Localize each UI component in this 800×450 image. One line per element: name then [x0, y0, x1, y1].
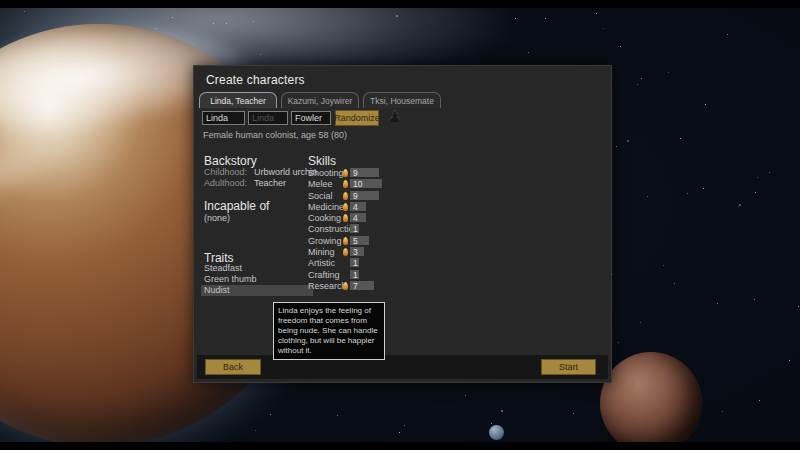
incapable-value: (none): [204, 213, 230, 223]
passion-flame-icon: [343, 203, 348, 211]
skill-row-growing[interactable]: Growing5: [308, 235, 438, 246]
pawn-icon: ♟: [388, 108, 401, 126]
tab-bar: Linda, TeacherKazumi, JoywirerTksi, Hous…: [199, 92, 441, 108]
moon-large: [600, 352, 702, 450]
skill-level: 3: [353, 247, 358, 257]
skill-list: Shooting9Melee10Social9Medicine4Cooking4…: [308, 167, 438, 291]
skills-heading: Skills: [308, 154, 336, 168]
skill-row-shooting[interactable]: Shooting9: [308, 167, 438, 178]
back-button[interactable]: Back: [205, 359, 261, 375]
skill-row-construction[interactable]: Construction1: [308, 223, 438, 234]
skill-level: 1: [353, 270, 358, 280]
skill-level: 4: [353, 202, 358, 212]
skill-level: 5: [353, 236, 358, 246]
skill-row-artistic[interactable]: Artistic1: [308, 257, 438, 268]
passion-flame-icon: [343, 237, 348, 245]
backstory-rows: Childhood:Urbworld urchinAdulthood:Teach…: [204, 167, 304, 189]
nickname-input[interactable]: [248, 111, 288, 125]
skill-row-crafting[interactable]: Crafting1: [308, 269, 438, 280]
letterbox-top: [0, 0, 800, 8]
skill-row-medicine[interactable]: Medicine4: [308, 201, 438, 212]
skill-level: 7: [353, 281, 358, 291]
passion-flame-icon: [343, 180, 348, 188]
backstory-row[interactable]: Adulthood:Teacher: [204, 178, 304, 189]
last-name-input[interactable]: [291, 111, 331, 125]
tab-tksi[interactable]: Tksi, Housemate: [363, 92, 441, 108]
trait-list: SteadfastGreen thumbNudist: [201, 263, 313, 296]
passion-flame-icon: [343, 282, 348, 290]
first-name-input[interactable]: [202, 111, 245, 125]
skill-row-mining[interactable]: Mining3: [308, 246, 438, 257]
trait-nudist[interactable]: Nudist: [201, 285, 313, 296]
letterbox-bottom: [0, 442, 800, 450]
trait-steadfast[interactable]: Steadfast: [201, 263, 313, 274]
trait-green-thumb[interactable]: Green thumb: [201, 274, 313, 285]
skill-level: 10: [353, 179, 362, 189]
skill-row-melee[interactable]: Melee10: [308, 178, 438, 189]
tab-kazumi[interactable]: Kazumi, Joywirer: [281, 92, 359, 108]
passion-flame-icon: [343, 214, 348, 222]
passion-flame-icon: [343, 248, 348, 256]
backstory-heading: Backstory: [204, 154, 257, 168]
passion-flame-icon: [343, 192, 348, 200]
skill-row-social[interactable]: Social9: [308, 190, 438, 201]
tab-linda[interactable]: Linda, Teacher: [199, 92, 277, 108]
skill-level: 9: [353, 168, 358, 178]
passion-flame-icon: [343, 169, 348, 177]
skill-level: 1: [353, 258, 358, 268]
randomize-button[interactable]: Randomize: [335, 110, 379, 126]
page-title: Create characters: [206, 73, 305, 87]
trait-tooltip: Linda enjoys the feeling of freedom that…: [273, 302, 385, 360]
footer-bar: Back Start: [197, 355, 608, 379]
skill-row-research[interactable]: Research7: [308, 280, 438, 291]
skill-level: 1: [353, 224, 358, 234]
skill-level: 9: [353, 191, 358, 201]
incapable-heading: Incapable of: [204, 199, 269, 213]
skill-row-cooking[interactable]: Cooking4: [308, 212, 438, 223]
create-characters-dialog: Create characters Linda, TeacherKazumi, …: [193, 65, 612, 383]
backstory-row[interactable]: Childhood:Urbworld urchin: [204, 167, 304, 178]
moon-small: [489, 425, 504, 440]
skill-level: 4: [353, 213, 358, 223]
start-button[interactable]: Start: [541, 359, 596, 375]
colonist-summary: Female human colonist, age 58 (80): [203, 130, 347, 140]
